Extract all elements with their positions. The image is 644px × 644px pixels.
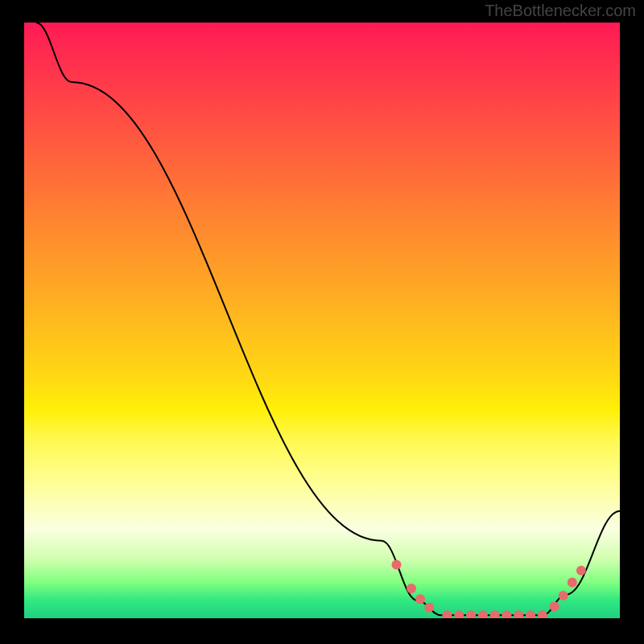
data-marker (466, 610, 476, 618)
data-marker (392, 559, 402, 569)
data-marker (526, 610, 535, 618)
data-marker (514, 610, 523, 618)
data-marker (559, 591, 568, 601)
data-marker (407, 584, 416, 593)
data-marker (550, 601, 559, 611)
chart-plot-area (24, 23, 620, 618)
data-marker (568, 578, 577, 588)
data-marker (478, 610, 488, 618)
chart-svg-layer (24, 23, 620, 618)
data-marker (490, 610, 500, 618)
bottleneck-curve (36, 23, 620, 615)
data-marker (538, 610, 547, 618)
data-marker (424, 603, 434, 613)
data-marker (454, 610, 464, 618)
attribution-label: TheBottlenecker.com (485, 2, 636, 20)
data-marker (415, 594, 425, 604)
data-marker (442, 610, 452, 618)
data-marker (576, 566, 586, 576)
data-marker (502, 610, 511, 618)
data-markers (392, 559, 586, 618)
